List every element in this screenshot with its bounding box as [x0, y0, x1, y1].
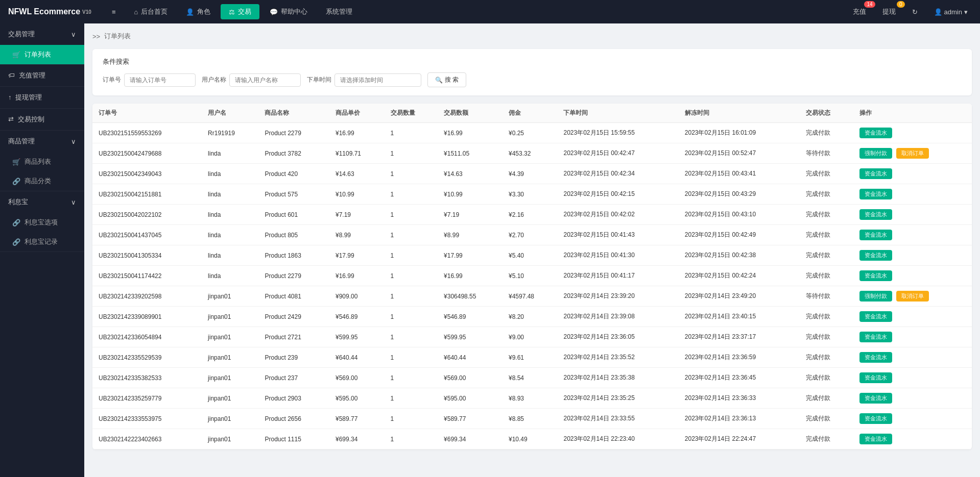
table-cell-actions: 资金流水: [853, 409, 972, 429]
cashflow-button[interactable]: 资金流水: [859, 250, 892, 261]
cashflow-button[interactable]: 资金流水: [859, 393, 892, 404]
table-cell: 1: [385, 205, 438, 225]
force-pay-button[interactable]: 强制付款: [859, 291, 892, 302]
cashflow-button[interactable]: 资金流水: [859, 372, 892, 383]
sidebar-item-libao-records[interactable]: 🔗 利息宝记录: [0, 232, 84, 252]
cashflow-button[interactable]: 资金流水: [859, 311, 892, 322]
table-row: UB2302142223402663jinpan01Product 1115¥6…: [92, 429, 972, 449]
sidebar-item-order-list[interactable]: 🛒 订单列表: [0, 45, 84, 64]
sidebar-header-recharge[interactable]: 🏷 充值管理: [0, 65, 84, 86]
nav-help[interactable]: 💬 帮助中心: [261, 4, 316, 19]
col-commission: 佣金: [503, 104, 558, 123]
status-badge: 完成付款: [800, 245, 853, 266]
withdraw-btn[interactable]: 提现 0: [878, 5, 900, 18]
status-badge: 完成付款: [800, 327, 853, 347]
col-amount: 交易数额: [438, 104, 503, 123]
username-input[interactable]: [229, 73, 301, 87]
sidebar-item-product-category[interactable]: 🔗 商品分类: [0, 171, 84, 191]
table-cell-actions: 资金流水: [853, 225, 972, 245]
table-cell: 2023年02月14日 23:39:20: [557, 286, 678, 307]
nav-trade[interactable]: ⚖ 交易: [221, 4, 259, 19]
product-icon: 🛒: [12, 158, 20, 166]
sidebar-item-libao-options[interactable]: 🔗 利息宝选项: [0, 213, 84, 232]
table-cell: ¥1511.05: [438, 143, 503, 164]
table-cell: linda: [202, 184, 258, 205]
sidebar-item-product-list[interactable]: 🛒 商品列表: [0, 152, 84, 171]
table-cell: Product 2656: [258, 409, 329, 429]
table-cell: ¥5.40: [503, 245, 558, 266]
table-row: UB2302151559553269Rr191919Product 2279¥1…: [92, 123, 972, 143]
search-field-username: 用户名称: [202, 73, 301, 87]
table-row: UB2302142333553975jinpan01Product 2656¥5…: [92, 409, 972, 429]
cashflow-button[interactable]: 资金流水: [859, 332, 892, 342]
table-cell: ¥16.99: [438, 123, 503, 143]
refresh-btn[interactable]: ↻: [908, 6, 922, 18]
cancel-order-button[interactable]: 取消订单: [896, 148, 929, 159]
order-time-input[interactable]: [334, 73, 421, 87]
table-cell: 2023年02月15日 00:42:49: [679, 225, 800, 245]
search-panel: 条件搜索 订单号 用户名称 下单时间 🔍 搜 索: [92, 49, 972, 95]
table-cell: 2023年02月14日 23:39:08: [557, 307, 678, 327]
chevron-icon: ∨: [71, 31, 76, 38]
table-cell: Product 2279: [258, 266, 329, 286]
status-badge: 完成付款: [800, 307, 853, 327]
order-no-label: 订单号: [103, 76, 121, 84]
force-pay-button[interactable]: 强制付款: [859, 148, 892, 159]
nav-dashboard[interactable]: ⌂ 后台首页: [126, 4, 176, 19]
order-no-input[interactable]: [124, 73, 196, 87]
cashflow-button[interactable]: 资金流水: [859, 189, 892, 199]
nav-role[interactable]: 👤 角色: [178, 4, 219, 19]
cancel-order-button[interactable]: 取消订单: [896, 291, 929, 302]
table-cell: ¥8.54: [503, 368, 558, 388]
table-cell: 2023年02月14日 23:35:52: [557, 347, 678, 368]
cashflow-button[interactable]: 资金流水: [859, 434, 892, 444]
table-cell: Product 237: [258, 368, 329, 388]
table-cell: ¥1109.71: [329, 143, 385, 164]
table-cell: ¥17.99: [438, 245, 503, 266]
sidebar-header-libao[interactable]: 利息宝 ∨: [0, 191, 84, 213]
home-icon: ⌂: [134, 8, 138, 16]
table-cell: ¥16.99: [329, 266, 385, 286]
table-cell: 1: [385, 164, 438, 184]
user-avatar-icon: 👤: [934, 8, 942, 16]
cashflow-button[interactable]: 资金流水: [859, 413, 892, 424]
arrow-up-icon: ↑: [8, 93, 12, 101]
cashflow-button[interactable]: 资金流水: [859, 270, 892, 281]
table-cell: 2023年02月14日 23:36:45: [679, 368, 800, 388]
nav-system[interactable]: 系统管理: [318, 4, 361, 19]
cashflow-button[interactable]: 资金流水: [859, 209, 892, 220]
sidebar-header-trade[interactable]: 交易管理 ∨: [0, 23, 84, 45]
table-cell: jinpan01: [202, 347, 258, 368]
sidebar-header-trade-ctrl[interactable]: ⇄ 交易控制: [0, 109, 84, 130]
link-icon-records: 🔗: [12, 238, 20, 246]
menu-icon: ≡: [112, 8, 116, 16]
user-menu[interactable]: 👤 admin ▾: [930, 6, 972, 18]
status-badge: 等待付款: [800, 143, 853, 164]
table-cell: Product 4081: [258, 286, 329, 307]
table-cell: ¥8.99: [329, 225, 385, 245]
cashflow-button[interactable]: 资金流水: [859, 230, 892, 240]
sidebar-header-product[interactable]: 商品管理 ∨: [0, 131, 84, 152]
table-cell: UB2302142339089901: [92, 307, 202, 327]
table-cell: 2023年02月14日 22:23:40: [557, 429, 678, 449]
search-button[interactable]: 🔍 搜 索: [427, 72, 466, 87]
table-cell: ¥7.19: [329, 205, 385, 225]
table-cell: 1: [385, 184, 438, 205]
trade-icon: ⚖: [229, 8, 235, 16]
table-cell: 1: [385, 143, 438, 164]
col-order-time: 下单时间: [557, 104, 678, 123]
table-cell: jinpan01: [202, 368, 258, 388]
cashflow-button[interactable]: 资金流水: [859, 168, 892, 179]
table-cell: ¥546.89: [438, 307, 503, 327]
table-cell: ¥4597.48: [503, 286, 558, 307]
table-row: UB2302150042151881lindaProduct 575¥10.99…: [92, 184, 972, 205]
sidebar-header-withdraw[interactable]: ↑ 提现管理: [0, 87, 84, 108]
recharge-btn[interactable]: 充值 14: [849, 5, 870, 18]
nav-menu[interactable]: ≡: [104, 5, 124, 19]
table-cell: ¥569.00: [438, 368, 503, 388]
table-cell: 1: [385, 286, 438, 307]
table-cell-actions: 资金流水: [853, 266, 972, 286]
table-cell: ¥9.00: [503, 327, 558, 347]
cashflow-button[interactable]: 资金流水: [859, 352, 892, 363]
cashflow-button[interactable]: 资金流水: [859, 128, 892, 138]
